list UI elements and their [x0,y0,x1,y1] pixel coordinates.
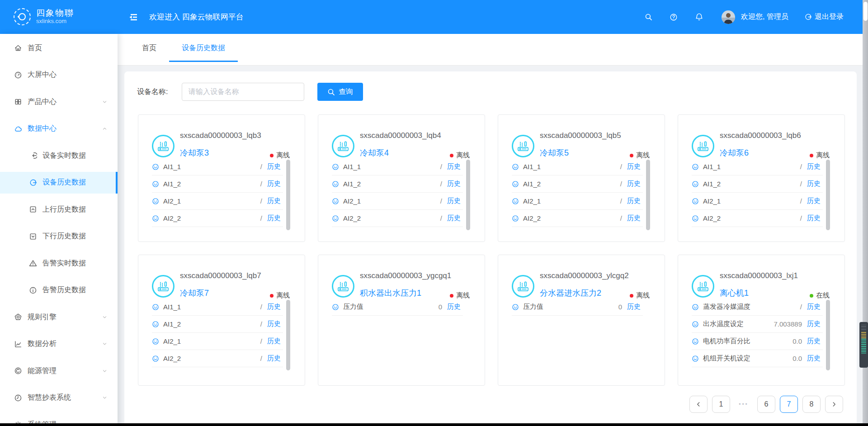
sidebar-item-down-square[interactable]: 下行历史数据 [0,226,118,247]
history-link[interactable]: 历史 [627,197,641,205]
page-button-8[interactable]: 8 [802,396,821,413]
sidebar-item-realtime[interactable]: 设备实时数据 [0,145,118,166]
history-link[interactable]: 历史 [447,197,461,205]
sidebar-item-up-square[interactable]: 上行历史数据 [0,199,118,220]
page-button-6[interactable]: 6 [757,396,775,413]
history-link[interactable]: 历史 [807,197,821,205]
search-icon[interactable] [645,13,652,21]
history-link[interactable]: 历史 [627,303,641,311]
device-name-link[interactable]: 积水器出水压力1 [360,288,421,298]
logout-button[interactable]: 退出登录 [804,12,844,22]
history-link[interactable]: 历史 [267,180,281,188]
history-link[interactable]: 历史 [807,354,821,363]
sidebar-item-info[interactable]: 告警历史数据 [0,279,118,301]
home-icon [14,44,22,52]
sidebar-item-meter[interactable]: 智慧抄表系统 [0,387,118,409]
device-name-link[interactable]: 冷却泵6 [720,147,749,158]
up-square-icon [29,205,37,213]
param-row: 压力值0历史 [512,298,643,316]
history-link[interactable]: 历史 [267,354,281,363]
param-value: / [620,197,622,205]
device-name-link[interactable]: 冷却泵7 [180,288,209,298]
pagination-ellipsis[interactable]: ••• [735,401,753,407]
device-icon [692,275,714,298]
list-scrollbar-thumb[interactable] [826,160,830,230]
sidebar-item-home[interactable]: 首页 [0,37,118,59]
history-link[interactable]: 历史 [807,162,821,171]
page-button-1[interactable]: 1 [712,396,730,413]
avatar[interactable] [722,10,735,24]
menu-collapse-icon[interactable] [128,13,139,22]
query-button[interactable]: 查询 [317,83,363,101]
param-row: AI2_1/历史 [152,333,283,350]
list-scrollbar-thumb[interactable] [646,160,650,230]
help-icon[interactable] [670,13,678,21]
history-link[interactable]: 历史 [447,180,461,188]
history-link[interactable]: 历史 [447,303,461,311]
window-bottom-edge [0,423,868,426]
device-id: sxscada00000003_lqb6 [720,131,801,140]
device-name-link[interactable]: 离心机1 [720,288,749,298]
list-scrollbar-thumb[interactable] [286,160,290,230]
smile-icon [692,355,699,362]
param-value: 7.003889 [774,320,802,328]
prev-page-button[interactable] [689,396,708,413]
tab-bar: 首页设备历史数据 [118,34,863,66]
history-link[interactable]: 历史 [627,180,641,188]
history-link[interactable]: 历史 [807,303,821,311]
sidebar-item-chart[interactable]: 数据分析 [0,333,118,355]
param-row: AI2_1/历史 [692,193,823,210]
sidebar-item-dashboard[interactable]: 大屏中心 [0,64,118,86]
history-link[interactable]: 历史 [627,162,641,171]
history-link[interactable]: 历史 [267,320,281,328]
page-scrollbar-thumb[interactable] [863,2,868,21]
history-link[interactable]: 历史 [267,214,281,222]
device-name-link[interactable]: 冷却泵5 [540,147,569,158]
device-card: sxscada00000003_lqb3冷却泵3离线AI1_1/历史AI1_2/… [138,114,305,242]
sidebar-item-label: 下行历史数据 [42,232,86,241]
bell-icon[interactable] [695,13,703,21]
history-link[interactable]: 历史 [447,214,461,222]
history-link[interactable]: 历史 [267,197,281,205]
history-link[interactable]: 历史 [267,303,281,311]
sidebar-item-history[interactable]: 设备历史数据 [0,172,118,194]
page-button-7[interactable]: 7 [780,396,798,413]
sidebar-item-cloud[interactable]: 数据中心 [0,118,118,140]
sidebar-item-label: 能源管理 [28,366,57,376]
floating-widget[interactable] [859,322,868,368]
history-link[interactable]: 历史 [807,214,821,222]
param-name: AI2_1 [163,197,260,205]
history-link[interactable]: 历史 [807,337,821,346]
device-name-link[interactable]: 分水器进水压力2 [540,288,601,298]
history-link[interactable]: 历史 [807,180,821,188]
sidebar-item-warning[interactable]: 告警实时数据 [0,252,118,274]
status-dot [270,154,274,157]
list-scrollbar-thumb[interactable] [466,160,470,230]
history-link[interactable]: 历史 [447,162,461,171]
device-name-link[interactable]: 冷却泵3 [180,147,209,158]
sidebar-item-products[interactable]: 产品中心 [0,91,118,113]
smile-icon [332,303,339,311]
param-row: AI1_2/历史 [692,175,823,193]
warning-icon [29,259,37,267]
history-link[interactable]: 历史 [807,320,821,328]
sidebar-item-energy[interactable]: 能源管理 [0,360,118,382]
tab-home[interactable]: 首页 [129,34,169,62]
param-row: AI2_2/历史 [152,210,283,227]
top-header: 四象物聯 sxlinks.com 欢迎进入 四象云物联网平台 欢迎您, 管理员 … [0,0,863,34]
smile-icon [512,303,519,311]
param-name: 机组开关机设定 [703,354,793,363]
param-value: / [620,214,622,222]
device-name-link[interactable]: 冷却泵4 [360,147,389,158]
sidebar-item-rule[interactable]: 规则引擎 [0,306,118,328]
list-scrollbar-thumb[interactable] [826,300,830,370]
list-scrollbar-thumb[interactable] [286,300,290,370]
next-page-button[interactable] [825,396,843,413]
device-name-input[interactable] [182,83,304,101]
history-link[interactable]: 历史 [267,162,281,171]
tab-device-history[interactable]: 设备历史数据 [169,34,238,62]
history-link[interactable]: 历史 [267,337,281,346]
history-link[interactable]: 历史 [627,214,641,222]
param-row: AI1_2/历史 [512,175,643,193]
device-id: sxscada00000003_lxj1 [720,271,798,280]
